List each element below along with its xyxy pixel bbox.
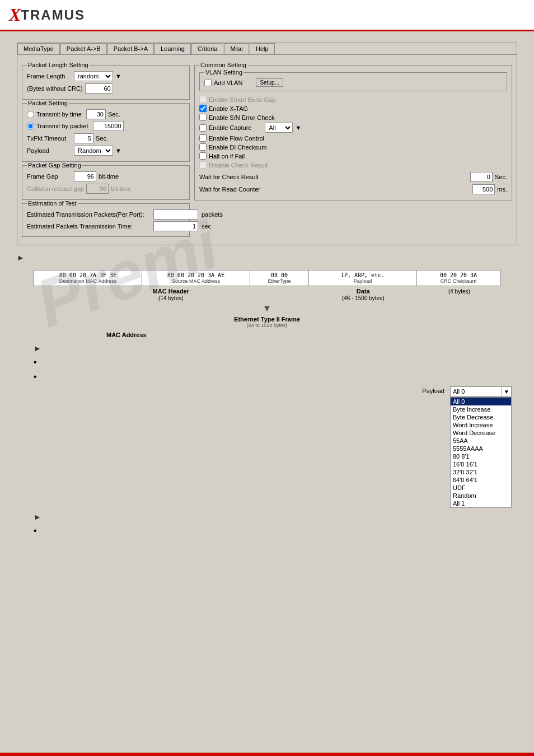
vlan-title: VLAN Setting [204, 69, 243, 76]
disable-check-label: Disable Check Result [209, 162, 268, 169]
flow-control-checkbox[interactable] [199, 134, 207, 142]
src-mac-hex: 80 00 20 20 3A AE [167, 272, 224, 278]
tab-packet-ba[interactable]: Packet B->A [107, 43, 154, 54]
di-checksum-checkbox[interactable] [199, 143, 207, 151]
add-vlan-checkbox[interactable] [204, 79, 212, 86]
option-word-inc[interactable]: Word Increase [451, 421, 511, 429]
header: X TRAMUS [0, 0, 534, 31]
right-panel: Common Setting VLAN Setting Add VLAN Set… [194, 59, 512, 240]
wait-read-input[interactable] [472, 184, 495, 194]
tab-bar: MediaType Packet A->B Packet B->A Learni… [17, 43, 517, 54]
frame-bottom-labels: MAC Header (14 bytes) Data (46 - 1500 by… [34, 288, 500, 301]
dest-mac-hex: 80 00 20 7A 3F 3E [59, 272, 116, 278]
capture-row: Enable Capture All ▼ [199, 123, 507, 133]
halt-fail-checkbox[interactable] [199, 152, 207, 160]
capture-checkbox[interactable] [199, 124, 207, 132]
option-all0[interactable]: All 0 [451, 398, 511, 405]
mac-header-group: MAC Header (14 bytes) [34, 288, 308, 301]
packets-unit: packets [202, 211, 223, 218]
wait-read-row: Wait for Read Counter ms. [199, 184, 507, 194]
frame-gap-row: Frame Gap bit-time [27, 171, 185, 181]
transmit-packet-input[interactable] [93, 121, 124, 131]
capture-dropdown-icon: ▼ [295, 124, 301, 131]
payload-label: Payload [27, 147, 72, 154]
src-mac-cell: 80 00 20 20 3A AE Source MAC Address [142, 270, 250, 286]
transmit-time-input[interactable] [86, 109, 106, 119]
tab-help[interactable]: Help [250, 43, 275, 54]
payload-dropdown-list[interactable]: All 0 Byte Increase Byte Decrease Word I… [450, 397, 512, 508]
frame-length-dropdown-icon: ▼ [115, 73, 121, 80]
footer-bar [0, 753, 534, 756]
option-udf[interactable]: UDF [451, 484, 511, 492]
payload-dropdown-container: All 0 ▼ All 0 Byte Increase Byte Decreas… [450, 386, 512, 508]
data-label: Data [357, 288, 370, 295]
packets-input[interactable] [153, 209, 198, 220]
time-input[interactable] [153, 221, 198, 231]
collision-row: Collision release gap bit-time [27, 184, 185, 194]
transmit-time-row: Transmit by time Sec. [27, 109, 185, 119]
bullet-3: • [34, 526, 37, 536]
down-arrow: ▼ [34, 304, 500, 314]
tab-learning[interactable]: Learning [154, 43, 191, 54]
payload-selected-value: All 0 [451, 388, 502, 395]
option-all1[interactable]: All 1 [451, 500, 511, 507]
option-55aa[interactable]: 55AA [451, 437, 511, 445]
option-byte-dec[interactable]: Byte Decrease [451, 413, 511, 421]
txpkt-unit: Sec. [96, 135, 108, 142]
option-5555aaaa[interactable]: 5555AAAA [451, 445, 511, 452]
frame-diagram-container: 80 00 20 7A 3F 3E Destination MAC Addres… [34, 270, 500, 328]
crc-bytes: (4 bytes) [448, 288, 470, 295]
frame-gap-input[interactable] [74, 171, 96, 181]
tab-criteria[interactable]: Criteria [191, 43, 223, 54]
option-word-dec[interactable]: Word Decrease [451, 429, 511, 437]
ethertype-label: EtherType [255, 278, 304, 284]
transmit-time-radio[interactable] [27, 111, 34, 118]
packet-gap-title: Packet Gap Setting [27, 162, 82, 169]
estimation-title: Estimation of Test [27, 200, 78, 207]
setup-button[interactable]: Setup... [256, 78, 283, 87]
option-random[interactable]: Random [451, 492, 511, 500]
option-160161[interactable]: 16'0 16'1 [451, 460, 511, 468]
add-vlan-row: Add VLAN Setup... [204, 78, 502, 87]
capture-select[interactable]: All [265, 123, 293, 133]
mac-address-area: MAC Address [34, 332, 500, 338]
tab-packet-ab[interactable]: Packet A->B [60, 43, 107, 54]
sn-error-checkbox[interactable] [199, 114, 207, 121]
wait-check-unit: Sec. [495, 174, 507, 180]
ethertype-hex: 08 00 [271, 272, 288, 278]
bytes-row: (Bytes without CRC) [27, 83, 185, 94]
di-checksum-row: Enable DI Checksum [199, 143, 507, 151]
payload-select-arrow[interactable]: ▼ [502, 387, 511, 396]
collision-unit: bit-time [111, 185, 131, 192]
tab-misc[interactable]: Misc [224, 43, 249, 54]
xtag-row: Enable X-TAG [199, 105, 507, 112]
payload-select[interactable]: Random All 0 [74, 146, 113, 156]
crc-cell: 00 20 20 3A CRC Checksum [417, 270, 500, 286]
arrow-marker-2: ► [34, 344, 41, 353]
collision-label: Collision release gap [27, 185, 84, 192]
option-640641[interactable]: 64'0 64'1 [451, 476, 511, 484]
payload-select-box[interactable]: All 0 ▼ [450, 386, 512, 396]
txpkt-input[interactable] [74, 133, 93, 143]
frame-length-select[interactable]: random 64 128 [74, 71, 113, 81]
src-mac-label: Source MAC Address [147, 278, 245, 284]
bytes-input[interactable] [85, 83, 113, 94]
estimation-panel: Estimation of Test Estimated Transmissio… [22, 203, 190, 237]
option-byte-inc[interactable]: Byte Increase [451, 405, 511, 413]
transmit-packet-radio[interactable] [27, 123, 34, 130]
frame-gap-label: Frame Gap [27, 173, 72, 180]
frame-length-label: Frame Length [27, 73, 72, 80]
transmit-packet-label: Transmit by packet [36, 123, 88, 129]
xtag-checkbox[interactable] [199, 105, 207, 112]
dest-mac-cell: 80 00 20 7A 3F 3E Destination MAC Addres… [34, 270, 142, 286]
wait-check-input[interactable] [470, 172, 493, 182]
txpkt-row: TxPkt Timeout Sec. [27, 133, 185, 143]
option-8081[interactable]: 80 8'1 [451, 452, 511, 460]
main-content: MediaType Packet A->B Packet B->A Learni… [0, 31, 534, 552]
tab-content: Packet Length Setting Frame Length rando… [17, 54, 517, 245]
wait-read-label: Wait for Read Counter [199, 186, 283, 193]
tab-mediatype[interactable]: MediaType [17, 43, 60, 54]
ethertype-cell: 08 00 EtherType [250, 270, 309, 286]
option-320321[interactable]: 32'0 32'1 [451, 468, 511, 476]
logo-text: TRAMUS [21, 7, 85, 23]
